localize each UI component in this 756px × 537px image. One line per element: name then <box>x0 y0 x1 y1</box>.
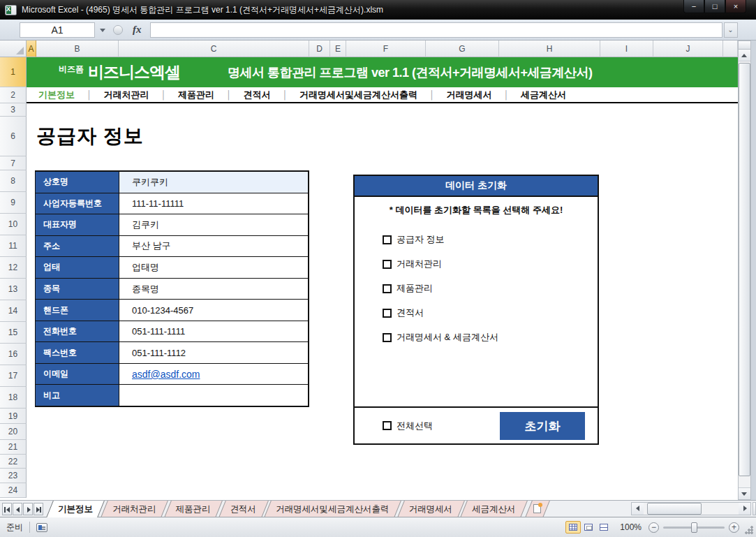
field-value-fax[interactable]: 051-111-1112 <box>119 342 308 363</box>
checkbox-statement-tax[interactable] <box>383 333 392 342</box>
row-header[interactable]: 23 <box>0 469 27 483</box>
sheet-tab-quotation[interactable]: 견적서 <box>221 501 267 517</box>
first-sheet-icon[interactable] <box>2 503 12 515</box>
zoom-in-button[interactable]: + <box>729 522 739 533</box>
zoom-slider[interactable] <box>663 527 725 529</box>
sheet-tab-statement-tax-print[interactable]: 거래명세서및세금계산서출력 <box>266 501 399 517</box>
sheet-tab-basic-info[interactable]: 기본정보 <box>48 501 103 517</box>
scroll-down-icon[interactable] <box>739 487 750 499</box>
horizontal-split-handle[interactable] <box>753 502 756 515</box>
column-header-a[interactable]: A <box>27 41 36 57</box>
column-header-b[interactable]: B <box>36 41 119 57</box>
field-value-address[interactable]: 부산 남구 <box>119 236 308 257</box>
row-header[interactable]: 21 <box>0 440 27 455</box>
macro-record-icon[interactable] <box>36 523 47 532</box>
zoom-slider-thumb[interactable] <box>691 522 697 533</box>
insert-worksheet-tab[interactable] <box>526 501 549 517</box>
column-header-d[interactable]: D <box>309 41 330 57</box>
column-header-j[interactable]: J <box>653 41 723 57</box>
row-header[interactable]: 12 <box>0 257 27 279</box>
column-header-e[interactable]: E <box>330 41 346 57</box>
minimize-button[interactable]: − <box>683 0 704 13</box>
row-header[interactable]: 10 <box>0 214 27 235</box>
name-box[interactable]: A1 <box>20 22 95 38</box>
reset-option-product-management[interactable]: 제품관리 <box>383 282 598 295</box>
reset-option-supplier-info[interactable]: 공급자 정보 <box>383 233 598 246</box>
row-header[interactable]: 13 <box>0 279 27 300</box>
row-header[interactable]: 9 <box>0 192 27 214</box>
row-header[interactable]: 7 <box>0 156 27 170</box>
column-header-partial[interactable] <box>723 41 738 57</box>
normal-view-button[interactable] <box>565 521 581 534</box>
checkbox-product-management[interactable] <box>383 284 392 293</box>
column-header-c[interactable]: C <box>119 41 309 57</box>
field-value-business-type[interactable]: 업태명 <box>119 257 308 278</box>
name-box-dropdown-icon[interactable] <box>100 29 105 32</box>
row-header[interactable]: 6 <box>0 117 27 156</box>
field-value-email-link[interactable]: asdf@asdf.com <box>119 364 308 385</box>
row-header[interactable]: 17 <box>0 365 27 387</box>
formula-input[interactable] <box>150 22 722 38</box>
field-value-business-number[interactable]: 111-11-11111 <box>119 193 308 214</box>
zoom-level-label[interactable]: 100% <box>620 522 642 532</box>
select-all-option[interactable]: 전체선택 <box>383 420 433 432</box>
scroll-up-icon[interactable] <box>739 50 750 61</box>
zoom-out-button[interactable]: − <box>648 522 659 533</box>
checkbox-supplier-info[interactable] <box>383 235 392 244</box>
row-header[interactable]: 20 <box>0 424 27 440</box>
maximize-button[interactable]: □ <box>704 0 725 13</box>
close-button[interactable]: × <box>725 0 746 13</box>
column-header-i[interactable]: I <box>600 41 653 57</box>
sheet-tab-tax-invoice[interactable]: 세금계산서 <box>462 501 526 517</box>
checkbox-quotation[interactable] <box>383 309 392 318</box>
row-header[interactable]: 14 <box>0 300 27 322</box>
column-header-g[interactable]: G <box>426 41 499 57</box>
sheet-tab-client-management[interactable]: 거래처관리 <box>103 501 166 517</box>
nav-item-statement-tax-print[interactable]: 거래명세서및세금계산서출력 <box>288 89 429 101</box>
nav-item-quotation[interactable]: 견적서 <box>232 89 283 101</box>
row-header[interactable]: 2 <box>0 87 27 103</box>
vertical-scrollbar[interactable] <box>738 41 751 500</box>
reset-option-statement-tax[interactable]: 거래명세서 & 세금계산서 <box>383 331 598 344</box>
row-header[interactable]: 3 <box>0 103 27 117</box>
field-value-business-item[interactable]: 종목명 <box>119 279 308 300</box>
last-sheet-icon[interactable] <box>34 503 43 515</box>
page-break-view-button[interactable] <box>596 521 612 534</box>
nav-item-tax-invoice[interactable]: 세금계산서 <box>509 89 578 101</box>
select-all-corner[interactable] <box>0 41 27 57</box>
row-header[interactable]: 15 <box>0 322 27 344</box>
field-value-company-name[interactable]: 쿠키쿠키 <box>119 172 308 193</box>
reset-option-client-management[interactable]: 거래처관리 <box>383 258 598 270</box>
row-header[interactable]: 19 <box>0 409 27 424</box>
title-bar[interactable]: Microsoft Excel - (4965) 명세서 통합관리 프로그램 v… <box>0 0 756 20</box>
row-header[interactable]: 16 <box>0 344 27 365</box>
column-header-h[interactable]: H <box>499 41 600 57</box>
scroll-left-icon[interactable] <box>632 503 644 515</box>
field-value-mobile[interactable]: 010-1234-4567 <box>119 300 308 321</box>
field-value-note[interactable] <box>119 385 308 406</box>
reset-button[interactable]: 초기화 <box>500 412 585 440</box>
nav-item-product-management[interactable]: 제품관리 <box>166 89 226 101</box>
formula-bar-expand-icon[interactable]: ⌄ <box>724 22 738 38</box>
vertical-scroll-thumb[interactable] <box>739 63 750 476</box>
horizontal-scroll-thumb[interactable] <box>647 503 702 515</box>
previous-sheet-icon[interactable] <box>13 503 22 515</box>
field-value-phone[interactable]: 051-111-1111 <box>119 321 308 342</box>
field-value-ceo-name[interactable]: 김쿠키 <box>119 214 308 235</box>
row-header[interactable]: 11 <box>0 235 27 257</box>
insert-function-icon[interactable]: fx <box>133 24 142 36</box>
next-sheet-icon[interactable] <box>23 503 33 515</box>
vertical-split-handle[interactable] <box>739 41 750 50</box>
row-header[interactable]: 22 <box>0 455 27 469</box>
horizontal-scrollbar[interactable] <box>631 502 751 515</box>
column-header-f[interactable]: F <box>346 41 426 57</box>
row-header[interactable]: 8 <box>0 170 27 192</box>
sheet-tab-product-management[interactable]: 제품관리 <box>166 501 221 517</box>
nav-item-client-management[interactable]: 거래처관리 <box>92 89 161 101</box>
row-header[interactable]: 24 <box>0 483 27 498</box>
checkbox-client-management[interactable] <box>383 260 392 269</box>
page-layout-view-button[interactable] <box>581 521 596 534</box>
nav-item-basic-info[interactable]: 기본정보 <box>27 89 87 101</box>
checkbox-select-all[interactable] <box>383 421 392 430</box>
nav-item-transaction-statement[interactable]: 거래명세서 <box>435 89 504 101</box>
